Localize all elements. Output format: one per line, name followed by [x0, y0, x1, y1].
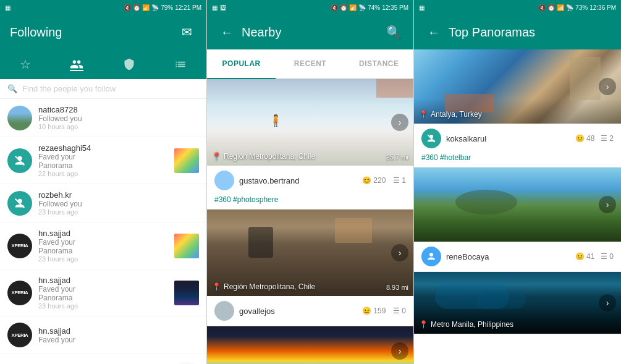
action-text-2: Panorama: [38, 247, 168, 255]
tab-distance[interactable]: DISTANCE: [345, 49, 413, 79]
following-title: Following: [10, 25, 177, 40]
app-bar-p2: ← Nearby 🔍: [207, 15, 413, 49]
action-text: Faved your: [38, 153, 168, 161]
time-text: 10 hours ago: [38, 123, 199, 130]
nearby-title: Nearby: [242, 25, 384, 40]
pano-image-2[interactable]: › 📍 Región Metropolitana, Chile 8.93 mi: [207, 210, 413, 296]
top-panoramas-list: › 📍 Antalya, Turkey koksalkarul 😐 48: [414, 49, 621, 364]
top-card-3: › 📍 Metro Manila, Philippines: [414, 272, 621, 334]
top-pano-image-3[interactable]: › 📍 Metro Manila, Philippines: [414, 272, 621, 334]
username-1: gustavo.bertrand: [239, 176, 357, 185]
top-panoramas-panel: ▦ 🔇 ⏰ 📶 📡 73% 12:36 PM ← Top Panoramas ›: [414, 0, 621, 364]
chevron-right-icon[interactable]: ›: [391, 114, 408, 131]
tab-popular[interactable]: POPULAR: [207, 49, 276, 79]
status-bar-p2: ▦ 🖼 🔇 ⏰ 📶 📡 74% 12:35 PM: [207, 0, 413, 15]
distance-badge-2: 8.93 mi: [386, 284, 408, 291]
username: natica8728: [38, 105, 199, 114]
pano-image-3[interactable]: ›: [207, 326, 413, 364]
thumbnail: [174, 281, 199, 305]
comment-icon-2: ☰: [393, 307, 400, 315]
pano-card-3: ›: [207, 326, 413, 364]
avatar: XPERIA: [7, 323, 32, 347]
likes-count-t1: 48: [586, 134, 594, 143]
status-icons-right-p3: 🔇 ⏰ 📶 📡 73% 12:36 PM: [538, 4, 616, 11]
tab-list[interactable]: [174, 58, 187, 70]
likes-count-2: 159: [373, 307, 386, 315]
wifi-icon: 📶: [142, 4, 150, 11]
tab-shield[interactable]: [123, 58, 135, 70]
top-pano-image-1[interactable]: › 📍 Antalya, Turkey: [414, 49, 621, 124]
time-text: 23 hours ago: [38, 255, 168, 263]
search-button-p2[interactable]: 🔍: [384, 22, 403, 42]
app-icon-p2: ▦: [212, 4, 218, 11]
likes-t1: 😐 48: [575, 134, 594, 143]
location-text-1: Región Metropolitana, Chile: [224, 152, 315, 161]
username: rezaeshaghi54: [38, 143, 168, 153]
chevron-right-icon-t2[interactable]: ›: [599, 196, 616, 213]
location-badge-2: 📍 Región Metropolitana, Chile: [212, 282, 315, 291]
following-list: natica8728 Followed you 10 hours ago rez…: [0, 99, 206, 364]
comments-count-1: 1: [402, 176, 406, 185]
thumbnail: [174, 234, 199, 258]
username: hn.sajjad: [38, 229, 168, 238]
smile-icon-1: 😊: [362, 176, 371, 185]
mail-icon-button[interactable]: ✉: [177, 22, 196, 42]
status-bar-p3: ▦ 🔇 ⏰ 📶 📡 73% 12:36 PM: [414, 0, 621, 15]
distance-badge-1: 25.7 mi: [386, 153, 408, 161]
list-item[interactable]: rezaeshaghi54 Faved your Panorama 22 hou…: [0, 137, 206, 184]
list-item[interactable]: XPERIA hn.sajjad Faved your Panorama 23 …: [0, 222, 206, 269]
username-t1: koksalkarul: [446, 134, 570, 143]
comments-t1: ☰ 2: [601, 134, 614, 143]
search-bar[interactable]: 🔍 Find the people you follow: [0, 79, 206, 99]
battery-p2: 74%: [368, 4, 380, 11]
tab-star[interactable]: ☆: [20, 57, 31, 72]
top-card-1: › 📍 Antalya, Turkey koksalkarul 😐 48: [414, 49, 621, 167]
user-avatar-2: [214, 301, 234, 321]
tab-people[interactable]: [70, 57, 83, 71]
pin-icon-t3: 📍: [419, 320, 428, 329]
time-text: 23 hours ago: [38, 302, 168, 310]
list-item[interactable]: XPERIA hn.sajjad Faved your Panorama 23 …: [0, 269, 206, 316]
back-button-p3[interactable]: ←: [424, 22, 444, 42]
action-text-2: Panorama: [38, 294, 168, 302]
comments-t2: ☰ 0: [601, 252, 614, 261]
chevron-right-icon-3[interactable]: ›: [391, 342, 408, 360]
chevron-right-icon-t3[interactable]: ›: [599, 294, 616, 311]
list-item[interactable]: rozbeh.kr Followed you 23 hours ago: [0, 184, 206, 222]
mute-icon-p2: 🔇: [331, 4, 338, 11]
app-icon-p3: ▦: [419, 4, 425, 11]
pano-image-1[interactable]: 🧍 › 📍 Región Metropolitana, Chile 25.7 m…: [207, 79, 413, 166]
nearby-list: 🧍 › 📍 Región Metropolitana, Chile 25.7 m…: [207, 79, 413, 364]
pin-icon-t1: 📍: [419, 110, 428, 119]
app-bar-p3: ← Top Panoramas: [414, 15, 621, 49]
user-info: hn.sajjad Faved your Panorama 23 hours a…: [38, 229, 168, 263]
tab-recent[interactable]: RECENT: [276, 49, 344, 79]
avatar: [7, 106, 32, 130]
location-badge-1: 📍 Región Metropolitana, Chile: [212, 152, 315, 161]
comment-icon-t2: ☰: [601, 252, 607, 261]
user-avatar-t1: [421, 129, 441, 148]
svg-point-6: [429, 253, 433, 256]
status-icons-right-p2: 🔇 ⏰ 📶 📡 74% 12:35 PM: [331, 4, 408, 11]
back-button-p2[interactable]: ←: [217, 22, 237, 42]
chevron-right-icon-2[interactable]: ›: [391, 244, 408, 261]
pano-meta-1: gustavo.bertrand 😊 220 ☰ 1: [207, 166, 413, 195]
list-item[interactable]: XPERIA hn.sajjad Faved your: [0, 316, 206, 354]
signal-icon: 📡: [151, 4, 159, 11]
list-item[interactable]: natica8728 Followed you 10 hours ago: [0, 99, 206, 137]
pin-icon-1: 📍: [212, 152, 221, 161]
chevron-right-icon-t1[interactable]: ›: [599, 78, 616, 95]
likes-count-1: 220: [373, 176, 386, 185]
comments-1: ☰ 1: [393, 176, 406, 185]
wifi-icon-p3: 📶: [557, 4, 564, 11]
time-p1: 12:21 PM: [175, 4, 201, 11]
top-pano-image-2[interactable]: ›: [414, 167, 621, 242]
status-icons-left-p3: ▦: [419, 4, 425, 11]
username-2: govallejos: [239, 307, 357, 316]
action-text-2: Panorama: [38, 161, 168, 170]
wifi-icon-p2: 📶: [349, 4, 357, 11]
user-info: hn.sajjad Faved your: [38, 326, 199, 344]
stats-1: 😊 220 ☰ 1: [362, 176, 406, 185]
nearby-panel: ▦ 🖼 🔇 ⏰ 📶 📡 74% 12:35 PM ← Nearby 🔍 POPU…: [207, 0, 414, 364]
pin-icon-2: 📍: [212, 282, 221, 291]
